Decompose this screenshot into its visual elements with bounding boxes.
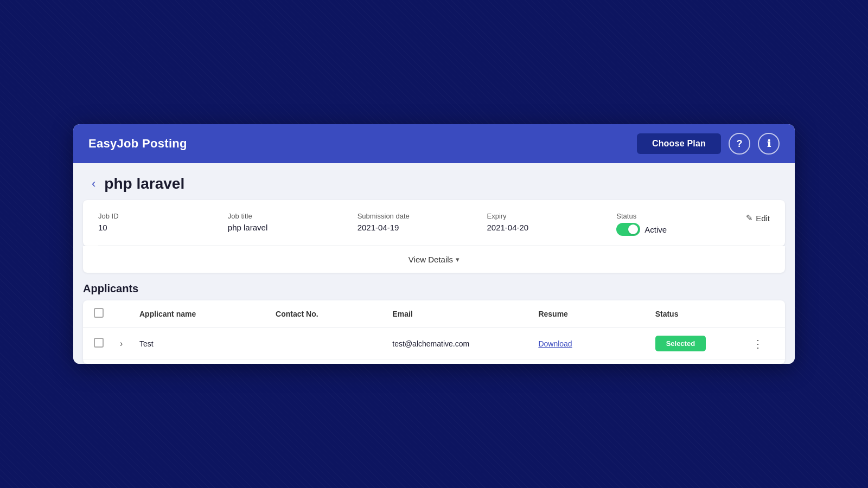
row-resume: Download: [538, 339, 655, 349]
job-title-label: Job title: [228, 212, 358, 220]
expiry-value: 2021-04-20: [487, 223, 616, 232]
view-details-row[interactable]: View Details ▾: [83, 246, 785, 273]
expiry-label: Expiry: [487, 212, 616, 220]
email-text: test@alchemative.com: [392, 339, 469, 348]
applicants-title: Applicants: [83, 282, 785, 295]
more-actions-button[interactable]: ⋮: [752, 337, 764, 350]
status-label: Status: [616, 212, 746, 220]
col-header-name: Applicant name: [139, 310, 276, 318]
table-row: › Test test@alchemative.com Download: [83, 328, 785, 359]
expiry-field: Expiry 2021-04-20: [487, 212, 616, 232]
submission-date-field: Submission date 2021-04-19: [358, 212, 487, 232]
edit-label: Edit: [756, 214, 770, 223]
col-header-contact: Contact No.: [276, 310, 392, 318]
job-title-field: Job title php laravel: [228, 212, 358, 232]
view-details-button[interactable]: View Details ▾: [409, 255, 459, 264]
info-icon-button[interactable]: ℹ: [758, 133, 780, 155]
job-id-value: 10: [98, 223, 228, 232]
page-title-bar: ‹ php laravel: [73, 163, 795, 200]
header-checkbox[interactable]: [94, 308, 104, 318]
status-active-text: Active: [644, 225, 667, 234]
row-email: test@alchemative.com: [392, 339, 538, 349]
app-header: EasyJob Posting Choose Plan ? ℹ: [73, 124, 795, 163]
row-expand-button[interactable]: ›: [120, 339, 123, 349]
submission-date-label: Submission date: [358, 212, 487, 220]
page-title: php laravel: [104, 175, 184, 192]
status-field: Status Active: [616, 212, 746, 236]
app-logo: EasyJob Posting: [88, 137, 187, 151]
edit-button[interactable]: ✎ Edit: [746, 212, 770, 223]
job-fields-row: Job ID 10 Job title php laravel Submissi…: [98, 212, 770, 246]
help-icon-button[interactable]: ?: [729, 133, 750, 155]
col-header-resume: Resume: [538, 310, 655, 318]
back-arrow-icon: ‹: [92, 177, 95, 191]
applicants-section: Applicants Applicant name Contact No. Em…: [83, 282, 785, 364]
selected-status-badge[interactable]: Selected: [655, 336, 706, 351]
applicants-table-card: Applicant name Contact No. Email Resume …: [83, 300, 785, 364]
choose-plan-button[interactable]: Choose Plan: [637, 133, 721, 154]
row-checkbox-col: [94, 338, 120, 350]
header-checkbox-col: [94, 308, 120, 320]
job-title-value: php laravel: [228, 223, 358, 232]
status-toggle-row: Active: [616, 223, 746, 236]
job-card: Job ID 10 Job title php laravel Submissi…: [83, 200, 785, 246]
col-header-status: Status: [655, 310, 752, 318]
row-status: Selected: [655, 336, 752, 351]
submission-date-value: 2021-04-19: [358, 223, 487, 232]
chevron-down-icon: ▾: [456, 255, 459, 264]
table-header-row: Applicant name Contact No. Email Resume …: [83, 300, 785, 328]
applicant-name-text: Test: [139, 339, 154, 348]
main-card: EasyJob Posting Choose Plan ? ℹ ‹ php la…: [73, 124, 795, 364]
status-toggle[interactable]: [616, 223, 640, 236]
pencil-icon: ✎: [746, 213, 753, 223]
job-id-label: Job ID: [98, 212, 228, 220]
col-header-email: Email: [392, 310, 538, 318]
header-right: Choose Plan ? ℹ: [637, 133, 780, 155]
row-expand-col: ›: [120, 339, 139, 349]
job-id-field: Job ID 10: [98, 212, 228, 232]
back-button[interactable]: ‹: [88, 176, 99, 192]
row-checkbox[interactable]: [94, 338, 104, 348]
download-resume-button[interactable]: Download: [538, 339, 572, 348]
view-details-label: View Details: [409, 255, 453, 264]
row-applicant-name: Test: [139, 339, 276, 349]
row-actions-col: ⋮: [752, 337, 774, 350]
page-content: ‹ php laravel Job ID 10 Job title php la…: [73, 163, 795, 364]
